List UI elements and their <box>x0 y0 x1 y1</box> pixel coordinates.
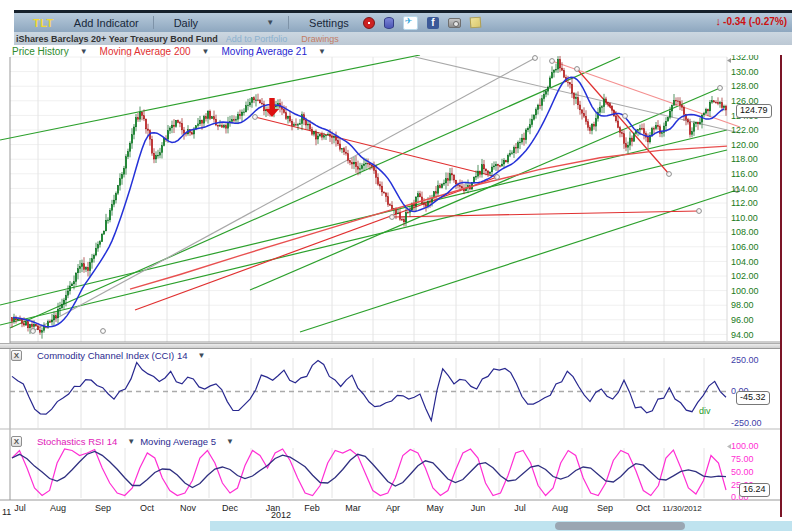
svg-text:108.00: 108.00 <box>731 227 759 237</box>
svg-text:116.00: 116.00 <box>731 169 758 179</box>
svg-text:96.00: 96.00 <box>731 315 754 325</box>
database-icon[interactable] <box>384 17 394 29</box>
stoch-ma-title[interactable]: Moving Average 5 <box>140 436 216 447</box>
toolbar-divider <box>288 16 289 29</box>
stoch-title[interactable]: Stochastics RSI 14 <box>37 436 117 447</box>
chevron-down-icon[interactable]: ▼ <box>127 437 135 446</box>
svg-text:250.00: 250.00 <box>731 355 759 365</box>
add-to-portfolio-link[interactable]: Add to Portfolio <box>226 34 288 44</box>
stoch-panel-header: X Stochastics RSI 14 ▼ Moving Average 5 … <box>11 435 234 447</box>
cci-title[interactable]: Commodity Channel Index (CCI) 14 <box>37 350 187 361</box>
svg-text:100.00: 100.00 <box>731 441 759 451</box>
settings-button[interactable]: Settings <box>309 17 349 29</box>
svg-text:75.00: 75.00 <box>731 454 754 464</box>
divergence-label: div <box>699 406 711 416</box>
cci-current-box: -45.32 <box>736 391 770 405</box>
symbol-label: TLT <box>33 17 54 29</box>
app-window: TLT Add Indicator Daily ▼ Settings f ↓-0… <box>0 0 792 531</box>
svg-text:Jun: Jun <box>471 503 486 513</box>
chevron-down-icon: ▼ <box>266 18 274 27</box>
fund-name: iShares Barclays 20+ Year Treasury Bond … <box>16 34 218 44</box>
svg-text:50.00: 50.00 <box>731 467 754 477</box>
camera-icon[interactable] <box>448 18 461 28</box>
svg-text:Aug: Aug <box>50 503 66 513</box>
svg-text:Mar: Mar <box>345 503 361 513</box>
main-toolbar: TLT Add Indicator Daily ▼ Settings f ↓-0… <box>14 13 792 32</box>
gridlines <box>10 57 727 498</box>
svg-text:120.00: 120.00 <box>731 140 759 150</box>
interval-dropdown[interactable]: Daily ▼ <box>174 17 274 29</box>
svg-text:128.00: 128.00 <box>731 81 759 91</box>
axis-labels: 132.00130.00128.00126.00124.00122.00120.… <box>2 55 762 520</box>
alarm-icon[interactable] <box>363 17 375 29</box>
svg-text:Jul: Jul <box>14 503 26 513</box>
chevron-down-icon[interactable]: ▼ <box>226 437 234 446</box>
svg-text:Jul: Jul <box>514 503 526 513</box>
svg-text:122.00: 122.00 <box>731 125 759 135</box>
stoch-current-box: 16.24 <box>739 483 770 497</box>
price-chart-canvas[interactable]: 132.00130.00128.00126.00124.00122.00120.… <box>0 55 792 521</box>
add-indicator-button[interactable]: Add Indicator <box>74 17 139 29</box>
toolbar-divider <box>153 16 154 29</box>
stoch-close-button[interactable]: X <box>11 436 22 447</box>
change-value: -0.34 (-0.27%) <box>723 16 787 27</box>
svg-text:118.00: 118.00 <box>731 154 758 164</box>
svg-text:May: May <box>426 503 444 513</box>
down-arrow-icon: ↓ <box>716 15 722 27</box>
svg-text:104.00: 104.00 <box>731 257 759 267</box>
svg-text:Apr: Apr <box>386 503 400 513</box>
svg-text:102.00: 102.00 <box>731 271 759 281</box>
interval-value: Daily <box>174 17 198 29</box>
svg-text:100.00: 100.00 <box>731 286 759 296</box>
current-price-box: 124.79 <box>736 104 772 118</box>
svg-text:11: 11 <box>2 507 11 517</box>
price-change-indicator: ↓-0.34 (-0.27%) <box>716 15 787 27</box>
window-right-edge <box>780 55 782 517</box>
cci-panel-header: X Commodity Channel Index (CCI) 14 ▼ <box>11 349 205 361</box>
svg-text:94.00: 94.00 <box>731 330 754 340</box>
horizontal-scrollbar[interactable] <box>210 521 792 531</box>
svg-text:Oct: Oct <box>140 503 155 513</box>
svg-text:Nov: Nov <box>180 503 197 513</box>
svg-text:114.00: 114.00 <box>731 184 758 194</box>
note-icon[interactable] <box>469 17 481 29</box>
drawings-link[interactable]: Drawings <box>301 34 339 44</box>
svg-text:132.00: 132.00 <box>731 55 759 62</box>
svg-text:110.00: 110.00 <box>731 213 758 223</box>
svg-text:112.00: 112.00 <box>731 198 758 208</box>
svg-text:-250.00: -250.00 <box>731 418 762 428</box>
svg-text:Feb: Feb <box>304 503 320 513</box>
facebook-icon[interactable]: f <box>427 17 439 29</box>
svg-text:Aug: Aug <box>552 503 568 513</box>
svg-text:Dec: Dec <box>222 503 239 513</box>
svg-text:11/30/2012: 11/30/2012 <box>662 504 702 513</box>
svg-text:Sep: Sep <box>95 503 111 513</box>
svg-text:Oct: Oct <box>636 503 651 513</box>
chevron-down-icon[interactable]: ▼ <box>197 351 205 360</box>
svg-text:Sep: Sep <box>597 503 613 513</box>
svg-text:130.00: 130.00 <box>731 67 759 77</box>
stochastics-plot <box>12 449 726 496</box>
svg-text:2012: 2012 <box>271 510 291 520</box>
cci-close-button[interactable]: X <box>11 350 22 361</box>
twitter-icon[interactable] <box>403 16 418 30</box>
cci-plot <box>10 361 727 421</box>
scrollbar-thumb[interactable] <box>555 522 685 530</box>
subheader-bar: iShares Barclays 20+ Year Treasury Bond … <box>14 32 792 45</box>
svg-text:98.00: 98.00 <box>731 300 754 310</box>
svg-text:106.00: 106.00 <box>731 242 759 252</box>
